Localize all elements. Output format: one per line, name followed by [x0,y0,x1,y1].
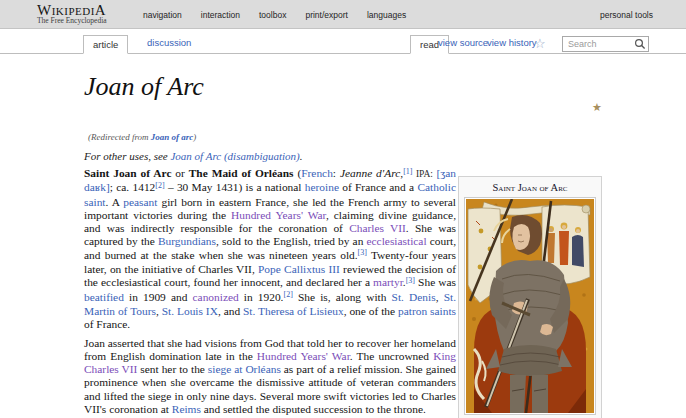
text-segment: , and [218,305,243,317]
tab-view-source[interactable]: view source [438,37,488,48]
article-link[interactable]: patron saints [398,305,456,317]
article-link[interactable]: martyr [373,276,403,288]
text-segment: in 1909 and [124,291,193,303]
article-link[interactable]: Hundred Years' War [257,350,350,362]
text-segment: – 30 May 1431) is a national [165,181,305,193]
nav-item-interaction[interactable]: interaction [201,10,240,20]
redirect-link[interactable]: Joan of arc [151,132,194,142]
article-link[interactable]: canonized [193,291,239,303]
article-link[interactable]: peasant [123,196,157,208]
top-bar: WikipediA The Free Encyclopedia navigati… [0,0,686,29]
nav-item-navigation[interactable]: navigation [143,10,182,20]
personal-tools-menu[interactable]: personal tools [600,10,653,20]
text-segment: ; ca. 1412 [110,181,155,193]
reference-link[interactable]: [2] [155,181,164,190]
text-segment: She is, along with [293,291,392,303]
text-segment: in 1920. [239,291,284,303]
article-link[interactable]: beatified [84,291,124,303]
text-segment: She was [415,276,456,288]
paragraph: Joan asserted that she had visions from … [84,337,456,417]
text-segment: and settled the disputed succession to t… [201,403,426,415]
hatnote-suffix: . [300,150,303,162]
text-segment: of France and a [339,181,417,193]
infobox-title: Saint Joan of Arc [459,182,601,193]
logo-wordmark: WikipediA [37,3,107,17]
search-magnifier-icon[interactable] [634,38,646,50]
nav-item-languages[interactable]: languages [367,10,406,20]
text-segment: . The uncrowned [350,350,433,362]
logo-tagline: The Free Encyclopedia [37,17,107,25]
text-segment: , sold to the English, tried by an [216,235,367,247]
wikipedia-page: WikipediA The Free Encyclopedia navigati… [0,0,686,418]
nav-item-toolbox[interactable]: toolbox [259,10,286,20]
redirect-note: (Redirected from Joan of arc) [88,132,196,142]
article-link[interactable]: Reims [172,403,201,415]
text-segment: IPA: [412,169,436,179]
featured-article-star-icon: ★ [592,101,602,114]
reference-link[interactable]: [3] [358,248,367,257]
article-link[interactable]: St. Denis [392,291,436,303]
redirect-prefix: (Redirected from [88,132,151,142]
redirect-suffix: ) [193,132,196,142]
watchlist-star-icon[interactable]: ☆ [534,36,546,51]
text-segment: or [171,167,188,179]
paragraph: Saint Joan of Arc or The Maid of Orléans… [84,167,456,332]
joan-of-arc-painting[interactable] [464,197,596,415]
article-link[interactable]: Pope Callixtus III [258,263,340,275]
tab-discussion[interactable]: discussion [147,37,191,48]
hatnote-prefix: For other uses, see [84,150,170,162]
text-segment: of France. [84,318,130,330]
text-segment: Jeanne d'Arc [340,167,400,179]
page-tabs-bar: article discussion read view source view… [0,29,686,54]
article-link[interactable]: Charles VII [349,222,406,234]
tab-view-history[interactable]: view history [487,37,537,48]
hatnote-disambiguation-link[interactable]: Joan of Arc (disambiguation) [170,150,299,162]
article-body: Saint Joan of Arc or The Maid of Orléans… [84,167,456,418]
text-segment: Saint Joan of Arc [84,167,171,179]
wikipedia-logo[interactable]: WikipediA The Free Encyclopedia [37,3,107,25]
top-navigation: navigation interaction toolbox print/exp… [143,0,406,29]
reference-link[interactable]: [2] [283,290,292,299]
text-segment: , one of the [344,305,398,317]
tab-article[interactable]: article [83,35,128,54]
reference-link[interactable]: [3] [406,276,415,285]
article-link[interactable]: St. Louis IX [162,305,218,317]
article-link[interactable]: heroine [305,181,339,193]
reference-link[interactable]: [1] [403,167,412,176]
text-segment: The Maid of Orléans [189,167,294,179]
text-segment: . A [106,196,124,208]
article-link[interactable]: Burgundians [158,235,216,247]
hatnote: For other uses, see Joan of Arc (disambi… [84,150,302,162]
article-link[interactable]: St. Theresa of Lisieux [243,305,344,317]
article-link[interactable]: siege at Orléans [208,363,281,375]
article-link[interactable]: Hundred Years' War [231,209,326,221]
article-link[interactable]: ecclesiastical [367,235,427,247]
text-segment: , [436,291,444,303]
page-title: Joan of Arc [84,72,204,102]
nav-item-print-export[interactable]: print/export [305,10,348,20]
article-link[interactable]: French [301,167,333,179]
text-segment: : [333,167,340,179]
infobox-saint-joan-of-arc: Saint Joan of Arc [458,176,602,418]
text-segment: sent her to the [137,363,207,375]
